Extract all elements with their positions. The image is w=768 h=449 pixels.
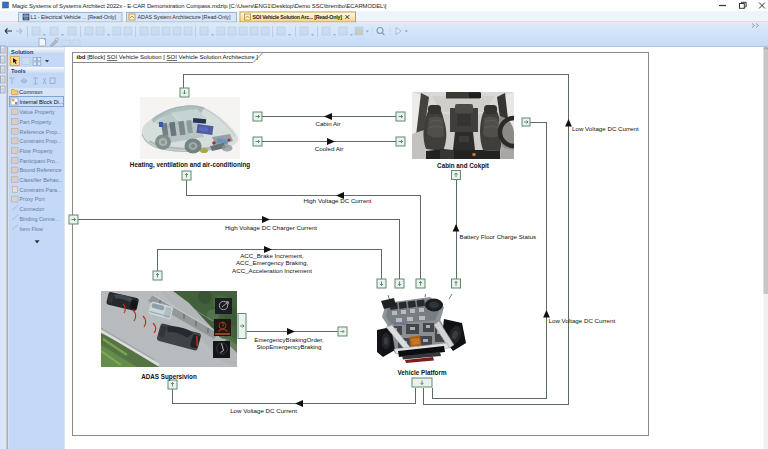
svg-text:High Voltage DC Charger Curren: High Voltage DC Charger Current xyxy=(225,224,317,231)
svg-text:Flow Property: Flow Property xyxy=(20,148,54,154)
svg-text:L1 - Electrical Vehicle ... [R: L1 - Electrical Vehicle ... [Read-Only] xyxy=(31,14,117,20)
svg-text:Constraint Para...: Constraint Para... xyxy=(20,187,62,193)
svg-text:Cooled Air: Cooled Air xyxy=(315,145,344,152)
svg-text:Value Property: Value Property xyxy=(20,109,56,115)
svg-text:ADAS Supersivion: ADAS Supersivion xyxy=(141,373,197,381)
svg-text:ACC_Brake Increment,: ACC_Brake Increment, xyxy=(240,252,304,259)
svg-text:ibd [Block] SOI Vehicle Soluti: ibd [Block] SOI Vehicle Solution [ SOI V… xyxy=(77,54,259,60)
svg-text:Participant Pro...: Participant Pro... xyxy=(20,158,60,164)
svg-text:Cabin and Cokpit: Cabin and Cokpit xyxy=(437,162,490,170)
svg-text:Low Voltage DC Current: Low Voltage DC Current xyxy=(230,407,297,414)
svg-text:brembo: brembo xyxy=(394,321,408,326)
svg-text:ACC_Emergency Braking,: ACC_Emergency Braking, xyxy=(236,259,308,266)
svg-text:Vehicle Platform: Vehicle Platform xyxy=(398,369,447,376)
svg-text:Item Flow: Item Flow xyxy=(20,226,43,232)
svg-text:Part Property: Part Property xyxy=(20,119,52,125)
svg-text:Classifier Behav...: Classifier Behav... xyxy=(20,177,63,183)
svg-text:Cabin Air: Cabin Air xyxy=(315,120,340,127)
svg-text:EmergencyBrakingOrder,: EmergencyBrakingOrder, xyxy=(254,336,324,343)
svg-text:Common: Common xyxy=(19,89,43,95)
svg-text:Solution: Solution xyxy=(11,49,34,55)
svg-text:Internal Block Di...: Internal Block Di... xyxy=(20,99,64,105)
svg-text:Binding Conne...: Binding Conne... xyxy=(20,216,60,222)
svg-text:Connector: Connector xyxy=(20,206,45,212)
svg-text:Constraint Prop...: Constraint Prop... xyxy=(20,138,62,144)
svg-text:ADAS System Architecture [Read: ADAS System Architecture [Read-Only] xyxy=(138,14,231,20)
svg-text:Low Voltage DC Current: Low Voltage DC Current xyxy=(572,125,639,132)
svg-text:Battery Floor Charge Status: Battery Floor Charge Status xyxy=(460,233,537,240)
svg-text:Tools: Tools xyxy=(11,68,26,74)
svg-text:Bound Reference: Bound Reference xyxy=(20,167,62,173)
svg-text:Proxy Port: Proxy Port xyxy=(20,196,46,202)
svg-text:SOI Vehicle Solution Arc... [R: SOI Vehicle Solution Arc... [Read-Only] xyxy=(253,14,343,20)
svg-text:StopEmergencyBraking: StopEmergencyBraking xyxy=(256,343,322,350)
svg-text:High Voltage DC Current: High Voltage DC Current xyxy=(303,197,371,204)
svg-text:Reference Prop...: Reference Prop... xyxy=(20,129,62,135)
svg-text:Magic Systems of Systems Archi: Magic Systems of Systems Architect 2022x… xyxy=(12,3,387,9)
svg-text:ACC_Acceleration Increment: ACC_Acceleration Increment xyxy=(232,267,312,274)
svg-text:Low Voltage DC Current: Low Voltage DC Current xyxy=(549,317,616,324)
svg-text:Heating, ventilation and air-c: Heating, ventilation and air-conditionin… xyxy=(130,161,250,169)
